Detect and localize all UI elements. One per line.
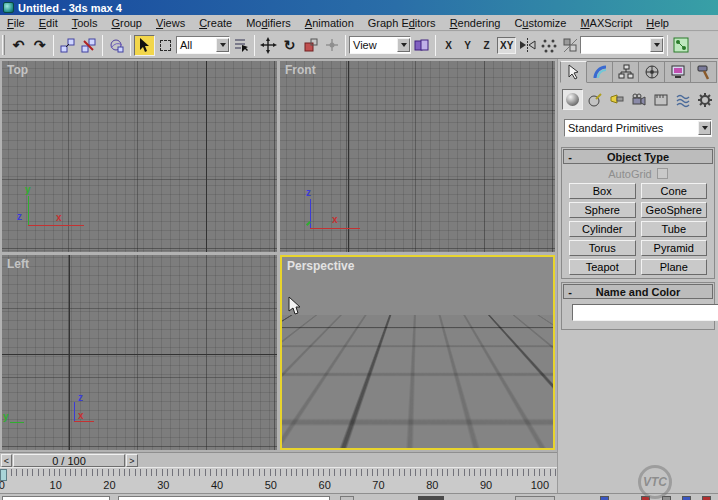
- menu-item[interactable]: File: [0, 16, 32, 30]
- menu-item[interactable]: Modifiers: [239, 16, 298, 30]
- animation-control-icon[interactable]: [682, 496, 691, 500]
- category-helpers[interactable]: [650, 89, 671, 110]
- use-pivot-point-button[interactable]: [411, 35, 432, 56]
- name-and-color-rollout-header[interactable]: - Name and Color: [563, 284, 713, 299]
- category-space-warps[interactable]: [672, 89, 693, 110]
- selection-filter-dropdown[interactable]: All: [176, 36, 230, 54]
- create-categories: [562, 89, 715, 111]
- rectangular-selection-region-button[interactable]: [155, 35, 176, 56]
- reference-coordinate-system-dropdown[interactable]: View: [349, 36, 411, 54]
- track-bar[interactable]: 0102030405060708090100: [0, 467, 557, 493]
- restrict-to-x-button[interactable]: X: [440, 37, 457, 54]
- previous-frame-button[interactable]: <: [1, 454, 12, 467]
- tab-display[interactable]: [665, 61, 691, 83]
- object-type-title: Object Type: [564, 151, 712, 163]
- category-geometry[interactable]: [562, 89, 583, 110]
- object-type-button[interactable]: Tube: [641, 221, 708, 237]
- tab-hierarchy[interactable]: [613, 61, 639, 83]
- object-type-button[interactable]: Cylinder: [569, 221, 636, 237]
- chevron-down-icon[interactable]: [397, 38, 410, 52]
- frame-number: 20: [83, 479, 137, 491]
- viewport-front[interactable]: Front z x: [280, 61, 555, 252]
- toolbar-separator: [130, 35, 131, 56]
- object-type-button[interactable]: Plane: [641, 259, 708, 275]
- autogrid-checkbox[interactable]: [657, 168, 668, 179]
- select-object-button[interactable]: [134, 35, 155, 56]
- viewport-top[interactable]: Top y z x: [2, 61, 277, 252]
- restrict-to-z-button[interactable]: Z: [478, 37, 495, 54]
- menu-item[interactable]: Edit: [32, 16, 65, 30]
- chevron-down-icon[interactable]: [650, 38, 663, 52]
- object-type-button[interactable]: GeoSphere: [641, 202, 708, 218]
- menu-item[interactable]: Customize: [507, 16, 573, 30]
- align-icon: [562, 37, 578, 53]
- link-icon: [59, 37, 76, 54]
- menu-item[interactable]: Rendering: [443, 16, 508, 30]
- object-type-button[interactable]: Sphere: [569, 202, 636, 218]
- tab-modify[interactable]: [587, 61, 613, 83]
- category-lights[interactable]: [606, 89, 627, 110]
- align-button[interactable]: [559, 35, 580, 56]
- select-and-link-button[interactable]: [57, 35, 78, 56]
- object-type-button[interactable]: Torus: [569, 240, 636, 256]
- toolbar-drag-handle[interactable]: [2, 35, 5, 55]
- rotate-icon: ↻: [284, 38, 296, 52]
- viewport-perspective[interactable]: Perspective z x: [280, 255, 555, 450]
- restrict-to-y-button[interactable]: Y: [459, 37, 476, 54]
- select-and-manipulate-button[interactable]: [321, 35, 342, 56]
- select-and-scale-button[interactable]: [300, 35, 321, 56]
- restrict-to-xy-plane-button[interactable]: XY: [497, 37, 516, 54]
- animation-control-icon[interactable]: [600, 496, 609, 500]
- object-type-button[interactable]: Box: [569, 183, 636, 199]
- undo-button[interactable]: ↶: [8, 35, 29, 56]
- open-schematic-view-button[interactable]: [671, 35, 692, 56]
- tab-utilities[interactable]: [691, 61, 717, 83]
- object-type-rollout: - Object Type AutoGrid BoxConeSphereGeoS…: [561, 147, 715, 279]
- menu-item[interactable]: Group: [104, 16, 149, 30]
- menu-item[interactable]: Animation: [298, 16, 361, 30]
- subcategory-dropdown[interactable]: Standard Primitives: [564, 119, 712, 137]
- object-name-input[interactable]: [572, 304, 718, 321]
- tab-create[interactable]: [560, 61, 587, 83]
- tab-motion[interactable]: [639, 61, 665, 83]
- toolbar-separator: [254, 35, 255, 56]
- chevron-down-icon[interactable]: [216, 38, 229, 52]
- select-and-rotate-button[interactable]: ↻: [279, 35, 300, 56]
- status-field: [418, 496, 444, 500]
- unlink-selection-button[interactable]: [78, 35, 99, 56]
- object-type-button[interactable]: Teapot: [569, 259, 636, 275]
- menu-item[interactable]: Help: [639, 16, 676, 30]
- time-slider-handle[interactable]: 0 / 100: [13, 454, 125, 467]
- viewport-left[interactable]: Left z y x: [2, 255, 277, 450]
- select-and-move-button[interactable]: [258, 35, 279, 56]
- viewport-front-label[interactable]: Front: [285, 63, 316, 77]
- category-shapes[interactable]: [584, 89, 605, 110]
- viewport-top-label[interactable]: Top: [7, 63, 28, 77]
- mirror-button[interactable]: [517, 35, 538, 56]
- animation-control-icon[interactable]: [702, 496, 711, 500]
- next-frame-button[interactable]: >: [126, 454, 138, 467]
- viewport-left-label[interactable]: Left: [7, 257, 29, 271]
- named-selection-sets-dropdown[interactable]: [580, 36, 664, 54]
- select-by-name-button[interactable]: [230, 35, 251, 56]
- array-button[interactable]: [538, 35, 559, 56]
- menu-item[interactable]: Tools: [65, 16, 105, 30]
- coordinate-system-value: View: [353, 39, 377, 51]
- menu-item[interactable]: Graph Editors: [361, 16, 443, 30]
- menu-item[interactable]: MAXScript: [573, 16, 639, 30]
- menu-item[interactable]: Views: [149, 16, 192, 30]
- category-cameras[interactable]: [628, 89, 649, 110]
- object-type-button[interactable]: Cone: [641, 183, 708, 199]
- object-type-rollout-header[interactable]: - Object Type: [563, 149, 713, 164]
- category-systems[interactable]: [694, 89, 715, 110]
- object-type-button[interactable]: Pyramid: [641, 240, 708, 256]
- frame-number: 50: [244, 479, 298, 491]
- bind-to-space-warp-button[interactable]: [106, 35, 127, 56]
- axis-tripod-y: [306, 221, 313, 228]
- chevron-down-icon[interactable]: [698, 121, 711, 135]
- time-slider-track[interactable]: < 0 / 100 >: [0, 452, 557, 467]
- viewport-perspective-label[interactable]: Perspective: [287, 259, 354, 273]
- time-position-marker[interactable]: [0, 469, 7, 481]
- menu-item[interactable]: Create: [192, 16, 239, 30]
- redo-button[interactable]: ↷: [29, 35, 50, 56]
